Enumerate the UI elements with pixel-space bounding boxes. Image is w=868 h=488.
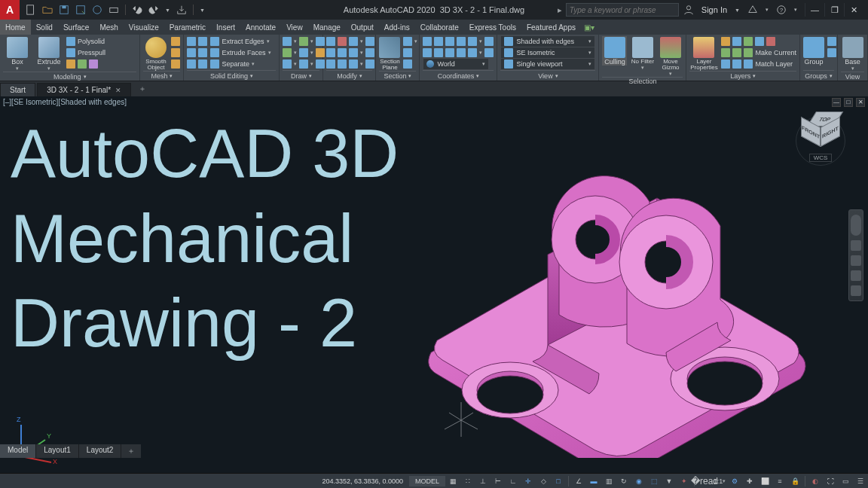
help-search[interactable]: ▸ [558, 3, 679, 17]
presspull-button[interactable]: Presspull [66, 47, 105, 58]
cleanscreen-icon[interactable]: ▭ [839, 475, 851, 487]
cycling-icon[interactable]: ↻ [618, 475, 630, 487]
nofilter-button[interactable]: No Filter▾ [630, 36, 655, 71]
dyn-icon[interactable]: ⊢ [492, 475, 504, 487]
tab-featuredapps[interactable]: Featured Apps [521, 20, 581, 35]
workspace-dropdown-icon[interactable]: ▼ [200, 8, 205, 13]
tab-mesh[interactable]: Mesh [94, 20, 123, 35]
steering-wheel-icon[interactable] [851, 215, 861, 236]
zoom-icon[interactable] [851, 255, 861, 266]
otrack-icon[interactable]: ∠ [573, 475, 585, 487]
signin-dropdown-icon[interactable]: ▼ [735, 8, 740, 13]
tab-manage[interactable]: Manage [308, 20, 346, 35]
close-tab-icon[interactable]: ✕ [115, 87, 121, 94]
vp-maximize-icon[interactable]: □ [844, 98, 853, 107]
units-icon[interactable]: ⬜ [759, 475, 771, 487]
transparency-icon[interactable]: ▥ [603, 475, 615, 487]
drawing-canvas[interactable]: [–][SE Isometric][Shaded with edges] — □… [0, 96, 868, 473]
tab-solid[interactable]: Solid [31, 20, 58, 35]
doctab-start[interactable]: Start [0, 83, 35, 96]
help-icon[interactable]: ? [776, 5, 787, 15]
panel-modeling-title[interactable]: Modeling▾ [3, 72, 136, 81]
extrude-button[interactable]: Extrude▾ [35, 36, 63, 72]
share-icon[interactable] [176, 5, 187, 15]
panel-modify-title[interactable]: Modify▾ [326, 70, 372, 81]
layer-properties-button[interactable]: Layer Properties [689, 36, 718, 71]
filter-icon[interactable]: ▼ [663, 475, 675, 487]
move-gizmo[interactable] [439, 398, 484, 443]
separate-button[interactable]: Separate▾ [210, 59, 270, 69]
layout-tab-layout1[interactable]: Layout1 [36, 444, 79, 458]
tab-parametric[interactable]: Parametric [164, 20, 211, 35]
panel-coordinates-title[interactable]: Coordinates▾ [423, 70, 494, 81]
orbit-icon[interactable] [851, 270, 861, 281]
culling-button[interactable]: Culling [602, 36, 627, 66]
new-tab-button[interactable]: ＋ [133, 81, 152, 96]
qat-dropdown-icon[interactable]: ▼ [165, 8, 170, 13]
base-button[interactable]: Base▾ [841, 36, 864, 72]
viewport-label[interactable]: [–][SE Isometric][Shaded with edges] [3, 98, 127, 106]
status-model-badge[interactable]: MODEL [409, 476, 445, 486]
tab-launcher-icon[interactable]: ▣▾ [581, 20, 598, 35]
tab-home[interactable]: Home [0, 20, 31, 35]
lock-ui-icon[interactable]: 🔒 [789, 475, 801, 487]
saveas-icon[interactable] [75, 5, 86, 15]
tab-visualize[interactable]: Visualize [124, 20, 164, 35]
tab-expresstools[interactable]: Express Tools [464, 20, 521, 35]
panel-draw-title[interactable]: Draw▾ [283, 70, 319, 81]
panel-view-title[interactable]: View▾ [500, 70, 595, 81]
app-logo[interactable]: A [0, 0, 20, 20]
pan-icon[interactable] [851, 240, 861, 251]
isolate-icon[interactable]: ◐ [809, 475, 821, 487]
section-plane-button[interactable]: Section Plane [379, 36, 400, 71]
layout-tab-layout2[interactable]: Layout2 [79, 444, 122, 458]
workspace-icon[interactable]: ⚙ [729, 475, 741, 487]
iso-icon[interactable]: ◇ [537, 475, 549, 487]
layout-tab-model[interactable]: Model [0, 444, 36, 458]
view-combo[interactable]: SE Isometric▾ [500, 47, 595, 58]
layer-state-row[interactable] [721, 36, 796, 47]
panel-layers-title[interactable]: Layers▾ [689, 71, 796, 81]
annoscale-icon[interactable]: �read [698, 475, 711, 487]
annomon-icon[interactable]: ✚ [744, 475, 756, 487]
qprops-icon[interactable]: ≡ [774, 475, 786, 487]
extract-edges-button[interactable]: Extract Edges▾ [210, 36, 270, 47]
tab-output[interactable]: Output [346, 20, 379, 35]
signin-icon[interactable] [683, 5, 694, 15]
infer-icon[interactable]: ⊥ [477, 475, 489, 487]
visual-style-combo[interactable]: Shaded with edges▾ [500, 36, 595, 47]
gizmo2-icon[interactable]: ✦ [678, 475, 690, 487]
world-ucs-combo[interactable]: World▾ [423, 59, 494, 69]
tab-addins[interactable]: Add-ins [379, 20, 415, 35]
viewcube[interactable]: TOP FRONT RIGHT WCS [794, 111, 847, 172]
layout-tab-add[interactable]: ＋ [121, 444, 141, 458]
a360-icon[interactable] [747, 5, 758, 15]
osnap-icon[interactable]: □ [552, 475, 564, 487]
tab-annotate[interactable]: Annotate [240, 20, 281, 35]
hwaccel-icon[interactable]: ⛶ [824, 475, 836, 487]
save-icon[interactable] [59, 5, 69, 15]
doctab-active[interactable]: 3D 3X - 2 - 1 Final*✕ [37, 83, 131, 96]
vp-close-icon[interactable]: ✕ [856, 98, 865, 107]
panel-solid-editing-title[interactable]: Solid Editing▾ [187, 70, 276, 81]
move-gizmo-button[interactable]: Move Gizmo▾ [658, 36, 683, 77]
panel-section-title[interactable]: Section▾ [379, 71, 416, 81]
undo-icon[interactable] [132, 5, 142, 15]
lwt-icon[interactable]: ▬ [588, 475, 600, 487]
polar-icon[interactable]: ✛ [522, 475, 534, 487]
redo-icon[interactable] [148, 5, 159, 15]
panel-mesh-title[interactable]: Mesh▾ [143, 71, 180, 81]
grid-icon[interactable]: ▦ [447, 475, 459, 487]
vp-minimize-icon[interactable]: — [832, 98, 841, 107]
maximize-button[interactable]: ❐ [824, 3, 844, 17]
group-button[interactable]: Group [803, 36, 824, 66]
dynucs-icon[interactable]: ⬚ [648, 475, 660, 487]
plot-icon[interactable] [108, 5, 119, 15]
3dosnap-icon[interactable]: ◉ [633, 475, 645, 487]
web-icon[interactable] [92, 5, 102, 15]
smooth-object-button[interactable]: Smooth Object [143, 36, 168, 71]
snap-icon[interactable]: ∷ [462, 475, 474, 487]
help-search-input[interactable] [566, 3, 679, 17]
new-icon[interactable] [26, 5, 36, 15]
polysolid-button[interactable]: Polysolid [66, 36, 105, 47]
